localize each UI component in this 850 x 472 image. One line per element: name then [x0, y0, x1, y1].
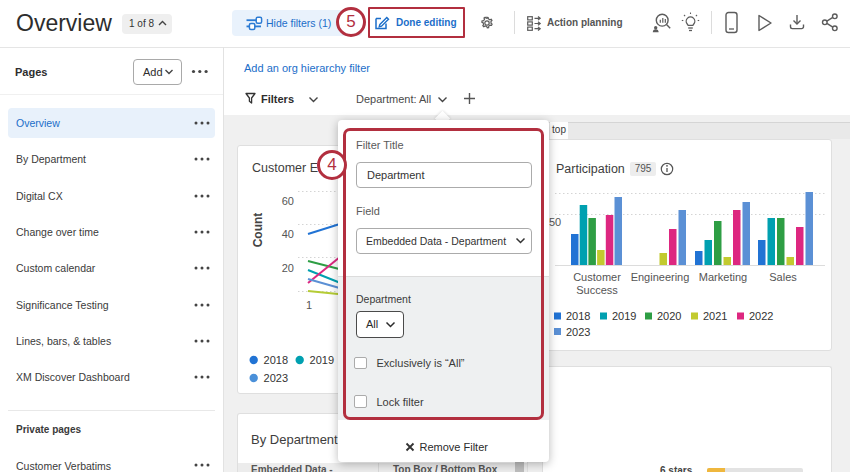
svg-text:Success: Success: [576, 284, 618, 296]
svg-text:Sales: Sales: [769, 271, 797, 283]
svg-text:2022: 2022: [749, 310, 773, 322]
svg-text:2023: 2023: [264, 372, 288, 384]
svg-text:2018: 2018: [566, 310, 590, 322]
svg-text:Count: Count: [251, 213, 265, 248]
svg-text:50: 50: [549, 216, 561, 228]
svg-text:20: 20: [282, 262, 294, 274]
svg-text:1: 1: [306, 299, 312, 311]
svg-text:Marketing: Marketing: [699, 271, 747, 283]
svg-text:2019: 2019: [612, 310, 636, 322]
svg-text:2020: 2020: [657, 310, 681, 322]
svg-text:2021: 2021: [703, 310, 727, 322]
svg-text:2018: 2018: [264, 354, 288, 366]
svg-text:40: 40: [282, 228, 294, 240]
svg-text:60: 60: [282, 195, 294, 207]
svg-text:Customer: Customer: [573, 271, 621, 283]
svg-text:Engineering: Engineering: [631, 271, 690, 283]
svg-text:2023: 2023: [566, 326, 590, 338]
svg-text:2019: 2019: [310, 354, 334, 366]
